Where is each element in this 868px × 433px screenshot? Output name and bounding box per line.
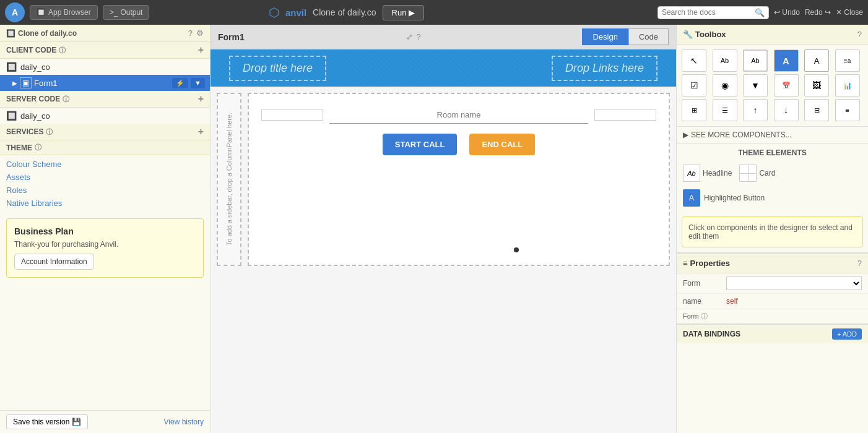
headline-icon: Ab bbox=[683, 165, 700, 182]
tool-upload[interactable]: ↑ bbox=[743, 99, 768, 121]
output-btn[interactable]: >_ Output bbox=[103, 5, 150, 20]
add-server-code-btn[interactable]: + bbox=[198, 93, 204, 105]
server-code-label: SERVER CODE ⓘ bbox=[6, 95, 69, 104]
theme-help-icon[interactable]: ⓘ bbox=[35, 143, 41, 152]
business-plan-text: Thank-you for purchasing Anvil. bbox=[14, 240, 196, 249]
server-code-help-icon[interactable]: ⓘ bbox=[63, 95, 69, 104]
assets-link[interactable]: Assets bbox=[6, 171, 204, 184]
form1-item[interactable]: ▶ ▣ Form1 ⚡ ▼ bbox=[0, 75, 210, 91]
add-service-btn[interactable]: + bbox=[198, 126, 204, 137]
tool-form[interactable]: ↓ bbox=[774, 99, 799, 121]
room-input-right[interactable] bbox=[594, 109, 656, 121]
roles-link[interactable]: Roles bbox=[6, 184, 204, 197]
search-input[interactable] bbox=[662, 8, 755, 17]
view-history-link[interactable]: View history bbox=[164, 418, 204, 426]
prop-form-hint-icon[interactable]: ⓘ bbox=[701, 312, 708, 320]
tab-design[interactable]: Design bbox=[582, 28, 628, 45]
tool-image[interactable]: 🖼 bbox=[804, 74, 829, 96]
client-code-help-icon[interactable]: ⓘ bbox=[59, 46, 66, 55]
properties-icon: ≡ bbox=[683, 259, 688, 268]
drop-header[interactable]: Drop title here Drop Links here bbox=[210, 49, 676, 87]
tool-checkbox[interactable]: ☑ bbox=[682, 74, 706, 96]
data-bindings-section: DATA BINDINGS + ADD bbox=[677, 324, 868, 343]
prop-form-label: Form bbox=[683, 279, 726, 288]
add-binding-btn[interactable]: + ADD bbox=[832, 328, 862, 340]
toolbox-title: 🔧 Toolbox bbox=[683, 30, 726, 39]
prop-name-label: name bbox=[683, 297, 726, 306]
form-menu-btn[interactable]: ▼ bbox=[191, 78, 205, 88]
theme-section: THEME ⓘ bbox=[0, 140, 210, 155]
undo-btn[interactable]: ↩ Undo bbox=[774, 8, 800, 17]
wrench-icon: 🔧 bbox=[683, 30, 693, 39]
prop-form-hint: Form ⓘ bbox=[677, 309, 868, 324]
tool-label[interactable]: A bbox=[804, 49, 829, 72]
properties-header: ≡ Properties ? bbox=[677, 254, 868, 273]
colour-scheme-link[interactable]: Colour Scheme bbox=[6, 158, 204, 171]
form1-icon: ▣ bbox=[20, 77, 32, 88]
see-more-btn[interactable]: ▶ SEE MORE COMPONENTS... bbox=[677, 126, 868, 144]
tool-flow[interactable]: ≡ bbox=[835, 99, 860, 121]
search-box[interactable]: 🔍 bbox=[658, 6, 769, 19]
tool-dropdown[interactable]: ▼ bbox=[743, 74, 768, 96]
canvas-content: Drop title here Drop Links here To add a… bbox=[210, 49, 676, 433]
tool-text-inline[interactable]: Ab bbox=[713, 49, 737, 72]
toolbox-help-icon[interactable]: ? bbox=[857, 30, 862, 39]
sidebar-drop-panel[interactable]: To add a sidebar, drop a ColumnPanel her… bbox=[217, 93, 241, 266]
app-browser-icon: 🔲 bbox=[37, 8, 46, 17]
canvas-help-icon[interactable]: ? bbox=[417, 32, 421, 41]
end-call-btn[interactable]: END CALL bbox=[469, 134, 535, 155]
tool-cursor[interactable]: ↖ bbox=[682, 49, 706, 72]
help-icon[interactable]: ? bbox=[188, 28, 193, 38]
highlight-btn-item[interactable]: A Highlighted Button bbox=[683, 189, 862, 207]
tab-code[interactable]: Code bbox=[628, 28, 669, 45]
form-main-panel: START CALL END CALL bbox=[248, 93, 670, 266]
theme-label: THEME ⓘ bbox=[6, 143, 41, 152]
services-help-icon[interactable]: ⓘ bbox=[46, 127, 53, 137]
native-libraries-link[interactable]: Native Libraries bbox=[6, 197, 204, 210]
tool-columns[interactable]: ⊟ bbox=[804, 99, 829, 121]
prop-form-row: Form bbox=[677, 273, 868, 294]
drop-links-zone[interactable]: Drop Links here bbox=[552, 56, 658, 81]
server-icon: 🔲 bbox=[6, 111, 17, 121]
fullscreen-icon[interactable]: ⤢ bbox=[406, 32, 413, 41]
tool-chart[interactable]: 📊 bbox=[835, 74, 860, 96]
canvas-form-title: Form1 bbox=[218, 32, 245, 42]
server-code-item[interactable]: 🔲 daily_co bbox=[0, 108, 210, 124]
form-actions: ⚡ ▼ bbox=[172, 78, 205, 88]
tool-text-block[interactable]: Ab bbox=[743, 49, 768, 72]
account-info-btn[interactable]: Account Information bbox=[14, 254, 94, 270]
tool-date[interactable]: 📅 bbox=[774, 74, 799, 96]
add-client-code-btn[interactable]: + bbox=[198, 45, 204, 56]
properties-title: ≡ Properties bbox=[683, 259, 730, 268]
room-input-left[interactable] bbox=[261, 109, 323, 121]
prop-form-select[interactable] bbox=[726, 277, 862, 290]
tool-radio[interactable]: ◉ bbox=[713, 74, 737, 96]
run-btn[interactable]: Run ▶ bbox=[383, 5, 424, 20]
drop-title-zone[interactable]: Drop title here bbox=[229, 56, 326, 81]
save-version-btn[interactable]: Save this version 💾 bbox=[6, 414, 88, 429]
save-icon: 💾 bbox=[72, 418, 81, 426]
services-label: SERVICES ⓘ bbox=[6, 127, 53, 137]
tool-data-grid[interactable]: ⊞ bbox=[682, 99, 706, 121]
app-logo[interactable]: A bbox=[5, 2, 25, 22]
tool-heading[interactable]: A bbox=[774, 49, 799, 72]
redo-btn[interactable]: Redo ↪ bbox=[805, 8, 831, 17]
close-btn[interactable]: ✕ Close bbox=[836, 8, 863, 17]
app-browser-btn[interactable]: 🔲 App Browser bbox=[30, 5, 98, 20]
theme-card-item[interactable]: Card bbox=[739, 165, 775, 182]
theme-headline-item[interactable]: Ab Headline bbox=[683, 165, 732, 182]
client-code-item[interactable]: 🔲 daily_co bbox=[0, 59, 210, 75]
tool-repeat[interactable]: ☰ bbox=[713, 99, 737, 121]
toolbox-tip: Click on components in the designer to s… bbox=[682, 216, 863, 247]
properties-help-icon[interactable]: ? bbox=[857, 259, 862, 268]
canvas-area: Form1 ⤢ ? Design Code Drop title here bbox=[210, 25, 676, 433]
form-flash-btn[interactable]: ⚡ bbox=[172, 78, 188, 88]
settings-icon[interactable]: ⚙ bbox=[196, 28, 204, 38]
save-bar: Save this version 💾 View history bbox=[0, 410, 210, 433]
room-name-input[interactable] bbox=[329, 106, 588, 124]
tool-grid-text[interactable]: ≡a bbox=[835, 49, 860, 72]
start-call-btn[interactable]: START CALL bbox=[383, 134, 458, 155]
properties-panel: ≡ Properties ? Form name self Form ⓘ bbox=[677, 252, 868, 343]
theme-elements-row: Ab Headline Card bbox=[683, 162, 862, 184]
toolbox-grid: ↖ Ab Ab A A ≡a ☑ ◉ ▼ 📅 🖼 📊 ⊞ ☰ ↑ ↓ ⊟ ≡ bbox=[677, 45, 868, 126]
